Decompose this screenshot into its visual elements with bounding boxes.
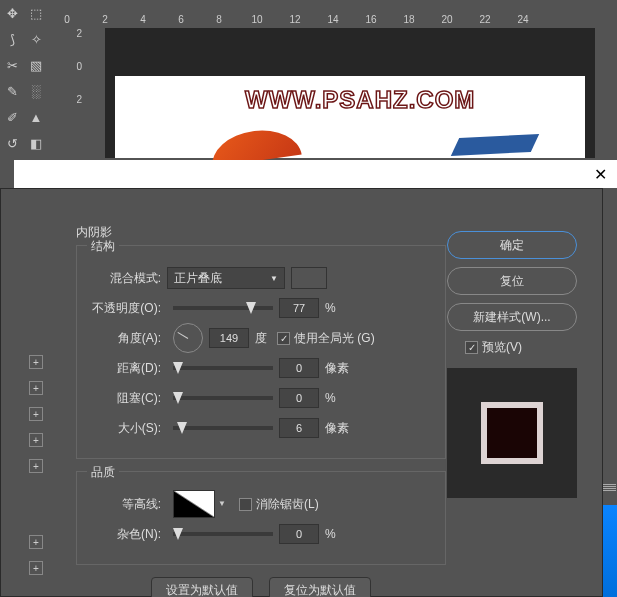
slice-tool-icon[interactable]: ▧ — [24, 52, 48, 78]
structure-legend: 结构 — [87, 238, 119, 255]
history-brush-icon[interactable]: ↺ — [0, 130, 24, 156]
blend-color-swatch[interactable] — [291, 267, 327, 289]
canvas-area: WWW.PSAHZ.COM — [105, 28, 595, 158]
add-effect-icon[interactable]: + — [29, 459, 43, 473]
watermark-text: WWW.PSAHZ.COM — [245, 86, 475, 114]
choke-input[interactable] — [279, 388, 319, 408]
opacity-input[interactable] — [279, 298, 319, 318]
rect-select-icon[interactable]: ⬚ — [24, 0, 48, 26]
size-unit: 像素 — [325, 420, 349, 437]
blend-mode-label: 混合模式: — [87, 270, 167, 287]
distance-unit: 像素 — [325, 360, 349, 377]
contour-picker[interactable]: ▼ — [173, 490, 215, 518]
dialog-titlebar: ✕ — [14, 160, 617, 188]
angle-unit: 度 — [255, 330, 267, 347]
global-light-checkbox[interactable] — [277, 332, 290, 345]
opacity-unit: % — [325, 301, 336, 315]
antialias-checkbox[interactable] — [239, 498, 252, 511]
artboard[interactable]: WWW.PSAHZ.COM — [115, 76, 585, 158]
ruler-horizontal: 024681012141618202224 — [48, 14, 617, 28]
noise-label: 杂色(N): — [87, 526, 167, 543]
stamp-tool-icon[interactable]: ▲ — [24, 104, 48, 130]
tools-panel: ✥⬚ ⟆✧ ✂▧ ✎░ ✐▲ ↺◧ — [0, 0, 48, 160]
lasso-tool-icon[interactable]: ⟆ — [0, 26, 24, 52]
quality-fieldset: 品质 等高线: ▼ 消除锯齿(L) 杂色(N): % — [76, 471, 446, 565]
add-effect-icon[interactable]: + — [29, 561, 43, 575]
eyedropper-icon[interactable]: ✎ — [0, 78, 24, 104]
preview-checkbox[interactable] — [465, 341, 478, 354]
add-effect-icon[interactable]: + — [29, 535, 43, 549]
layer-style-dialog: + + + + + + + 内阴影 结构 混合模式: 正片叠底▼ 不透明度(O)… — [0, 188, 603, 597]
distance-label: 距离(D): — [87, 360, 167, 377]
preview-thumbnail — [447, 368, 577, 498]
add-effect-icon[interactable]: + — [29, 433, 43, 447]
close-icon[interactable]: ✕ — [594, 165, 607, 184]
choke-slider[interactable] — [173, 396, 273, 400]
choke-unit: % — [325, 391, 336, 405]
distance-input[interactable] — [279, 358, 319, 378]
global-light-label: 使用全局光 (G) — [294, 330, 375, 347]
distance-slider[interactable] — [173, 366, 273, 370]
add-effect-icon[interactable]: + — [29, 355, 43, 369]
paint-tool-icon[interactable]: ✐ — [0, 104, 24, 130]
noise-input[interactable] — [279, 524, 319, 544]
structure-fieldset: 结构 混合模式: 正片叠底▼ 不透明度(O): % 角度(A): 度 — [76, 245, 446, 459]
opacity-slider[interactable] — [173, 306, 273, 310]
cancel-button[interactable]: 复位 — [447, 267, 577, 295]
set-default-button[interactable]: 设置为默认值 — [151, 577, 253, 597]
chevron-down-icon: ▼ — [218, 499, 226, 508]
angle-label: 角度(A): — [87, 330, 167, 347]
size-input[interactable] — [279, 418, 319, 438]
antialias-label: 消除锯齿(L) — [256, 496, 319, 513]
artwork-shape-blue — [451, 134, 539, 156]
ok-button[interactable]: 确定 — [447, 231, 577, 259]
noise-unit: % — [325, 527, 336, 541]
angle-dial[interactable] — [173, 323, 203, 353]
crop-tool-icon[interactable]: ✂ — [0, 52, 24, 78]
eraser-tool-icon[interactable]: ◧ — [24, 130, 48, 156]
contour-label: 等高线: — [87, 496, 167, 513]
chevron-down-icon: ▼ — [270, 274, 278, 283]
brush-tool-icon[interactable]: ░ — [24, 78, 48, 104]
angle-input[interactable] — [209, 328, 249, 348]
dialog-actions: 确定 复位 新建样式(W)... 预览(V) — [447, 231, 587, 498]
scrollbar-vertical[interactable] — [603, 505, 617, 597]
preview-label: 预览(V) — [482, 339, 522, 356]
reset-default-button[interactable]: 复位为默认值 — [269, 577, 371, 597]
noise-slider[interactable] — [173, 532, 273, 536]
add-effect-icon[interactable]: + — [29, 381, 43, 395]
choke-label: 阻塞(C): — [87, 390, 167, 407]
effects-list: + + + + + + + — [1, 219, 49, 597]
wand-tool-icon[interactable]: ✧ — [24, 26, 48, 52]
ruler-vertical: 202 — [48, 28, 86, 160]
menu-icon[interactable] — [603, 484, 616, 498]
inner-shadow-panel: 内阴影 结构 混合模式: 正片叠底▼ 不透明度(O): % 角度(A): — [76, 224, 446, 594]
new-style-button[interactable]: 新建样式(W)... — [447, 303, 577, 331]
add-effect-icon[interactable]: + — [29, 407, 43, 421]
opacity-label: 不透明度(O): — [87, 300, 167, 317]
quality-legend: 品质 — [87, 464, 119, 481]
move-tool-icon[interactable]: ✥ — [0, 0, 24, 26]
panel-title: 内阴影 — [76, 224, 446, 241]
size-label: 大小(S): — [87, 420, 167, 437]
size-slider[interactable] — [173, 426, 273, 430]
blend-mode-select[interactable]: 正片叠底▼ — [167, 267, 285, 289]
